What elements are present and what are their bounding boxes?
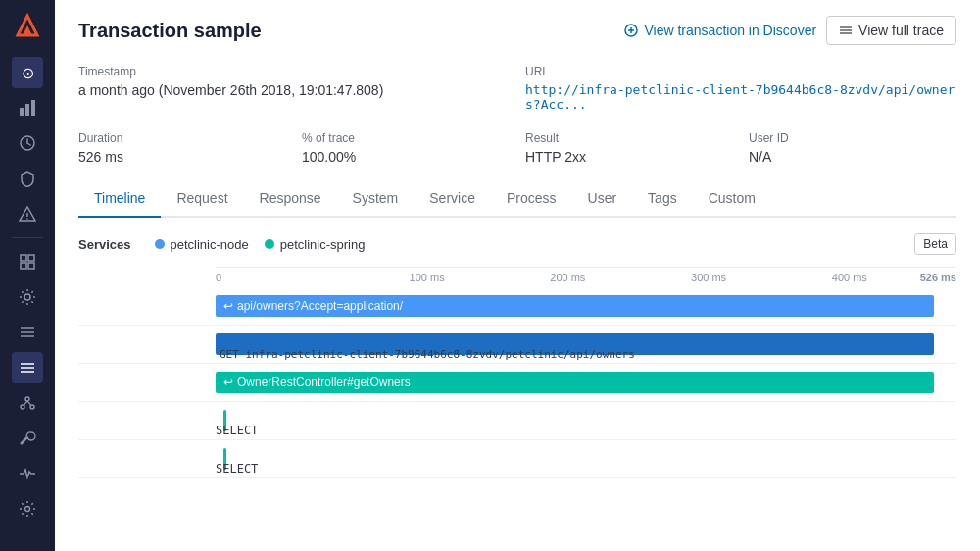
svg-line-24: [24, 401, 28, 405]
svg-rect-13: [28, 263, 34, 269]
trace-pct-section: % of trace 100.00%: [302, 131, 510, 165]
map-icon[interactable]: [12, 246, 43, 277]
timestamp-label: Timestamp: [78, 65, 510, 78]
shield-icon[interactable]: [12, 163, 43, 194]
services-row: Services petclinic-node petclinic-spring: [78, 237, 365, 252]
legend-node: petclinic-node: [155, 237, 249, 252]
trace-row-3[interactable]: ↩ OwnerRestController#getOwners: [78, 364, 956, 402]
trace-bar-label-1: api/owners?Accept=application/: [237, 299, 403, 313]
trace-pct-label: % of trace: [302, 131, 510, 145]
svg-marker-1: [23, 25, 32, 35]
url-label: URL: [525, 65, 956, 78]
svg-rect-3: [25, 104, 29, 116]
trace-row-5[interactable]: SELECT: [78, 440, 956, 478]
gear-icon[interactable]: [12, 493, 43, 525]
timeline-header: Services petclinic-node petclinic-spring…: [78, 233, 956, 255]
ruler-0: 0: [216, 272, 357, 283]
bar-chart-icon[interactable]: [12, 92, 43, 124]
duration-section: Duration 526 ms: [78, 131, 286, 165]
trace-bar-icon-1: ↩: [223, 299, 233, 313]
trace-bar-area-4: SELECT: [216, 402, 956, 439]
ruler-100: 100 ms: [357, 272, 498, 283]
duration-label: Duration: [78, 131, 286, 145]
view-discover-button[interactable]: View transaction in Discover: [624, 23, 816, 38]
view-trace-button[interactable]: View full trace: [826, 16, 956, 45]
trace-bar-owner-ctrl: ↩ OwnerRestController#getOwners: [216, 372, 934, 393]
tab-user[interactable]: User: [572, 180, 633, 218]
timestamp-section: Timestamp a month ago (November 26th 201…: [78, 65, 510, 112]
svg-rect-11: [28, 255, 34, 261]
home-icon[interactable]: ⊙: [12, 57, 43, 88]
clock-icon[interactable]: [12, 127, 43, 159]
wrench-icon[interactable]: [12, 423, 43, 454]
trace-container: ↩ api/owners?Accept=application/ GET inf…: [78, 287, 956, 478]
trace-bar-area-2: GET infra-petclinic-client-7b9644b6c8-8z…: [216, 326, 956, 363]
svg-point-14: [24, 294, 30, 300]
tab-bar: Timeline Request Response System Service…: [78, 180, 956, 218]
logo[interactable]: [10, 8, 45, 43]
timestamp-value: a month ago (November 26th 2018, 19:01:4…: [78, 82, 510, 98]
heartbeat-icon[interactable]: [12, 458, 43, 489]
ruler: 0 100 ms 200 ms 300 ms 400 ms 526 ms: [216, 267, 956, 283]
tab-custom[interactable]: Custom: [693, 180, 771, 218]
header-actions: View transaction in Discover View full t…: [624, 16, 956, 45]
ruler-200: 200 ms: [497, 272, 638, 283]
trace-select-label-2: SELECT: [216, 462, 258, 476]
trace-bar-icon-3: ↩: [223, 376, 233, 389]
node-icon[interactable]: [12, 387, 43, 419]
node-label: petclinic-node: [171, 237, 249, 252]
trace-bar-area-1: ↩ api/owners?Accept=application/: [216, 287, 956, 325]
svg-rect-4: [31, 100, 35, 116]
trace-bar-area-3: ↩ OwnerRestController#getOwners: [216, 364, 956, 401]
legend-spring: petclinic-spring: [265, 237, 366, 252]
alert-icon[interactable]: [12, 198, 43, 229]
meta-sub-section: Duration 526 ms % of trace 100.00% Resul…: [78, 131, 956, 165]
svg-point-23: [30, 405, 34, 409]
userid-section: User ID N/A: [749, 131, 956, 165]
spring-label: petclinic-spring: [280, 237, 366, 252]
tab-service[interactable]: Service: [414, 180, 491, 218]
trace-bar-owners: ↩ api/owners?Accept=application/: [216, 295, 934, 317]
header: Transaction sample View transaction in D…: [78, 16, 956, 45]
result-label: Result: [525, 131, 733, 145]
main-content: Transaction sample View transaction in D…: [55, 0, 980, 551]
ruler-300: 300 ms: [638, 272, 779, 283]
trace-bar-label-3: OwnerRestController#getOwners: [237, 376, 411, 389]
svg-rect-2: [20, 108, 24, 116]
ruler-526: 526 ms: [920, 272, 956, 283]
apm-icon[interactable]: [12, 352, 43, 383]
url-value: http://infra-petclinic-client-7b9644b6c8…: [525, 82, 956, 112]
service-legend: petclinic-node petclinic-spring: [155, 237, 366, 252]
page-title: Transaction sample: [78, 20, 262, 42]
services-label: Services: [78, 237, 131, 252]
metadata-section: Timestamp a month ago (November 26th 201…: [78, 65, 956, 112]
tab-request[interactable]: Request: [161, 180, 243, 218]
tab-process[interactable]: Process: [491, 180, 572, 218]
trace-bar-area-5: SELECT: [216, 440, 956, 477]
sidebar: ⊙: [0, 0, 55, 551]
trace-row-4[interactable]: SELECT: [78, 402, 956, 440]
ruler-400: 400 ms: [779, 272, 920, 283]
svg-line-7: [27, 143, 30, 145]
beta-badge: Beta: [914, 233, 956, 255]
trace-select-label-1: SELECT: [216, 424, 258, 437]
svg-point-21: [25, 397, 29, 401]
svg-line-25: [27, 401, 31, 405]
trace-label-below-2: GET infra-petclinic-client-7b9644b6c8-8z…: [220, 348, 635, 361]
list-icon[interactable]: [12, 317, 43, 348]
svg-point-9: [26, 218, 28, 220]
tab-timeline[interactable]: Timeline: [78, 180, 161, 218]
url-section: URL http://infra-petclinic-client-7b9644…: [525, 65, 956, 112]
userid-value: N/A: [749, 149, 956, 165]
tab-tags[interactable]: Tags: [632, 180, 693, 218]
trace-row-2[interactable]: GET infra-petclinic-client-7b9644b6c8-8z…: [78, 326, 956, 364]
node-dot: [155, 239, 165, 249]
userid-label: User ID: [749, 131, 956, 145]
trace-row-1[interactable]: ↩ api/owners?Accept=application/: [78, 287, 956, 326]
trace-pct-value: 100.00%: [302, 149, 510, 165]
svg-rect-12: [21, 263, 26, 269]
settings-cog-icon[interactable]: [12, 281, 43, 313]
tab-response[interactable]: Response: [244, 180, 337, 218]
tab-system[interactable]: System: [337, 180, 415, 218]
duration-value: 526 ms: [78, 149, 286, 165]
